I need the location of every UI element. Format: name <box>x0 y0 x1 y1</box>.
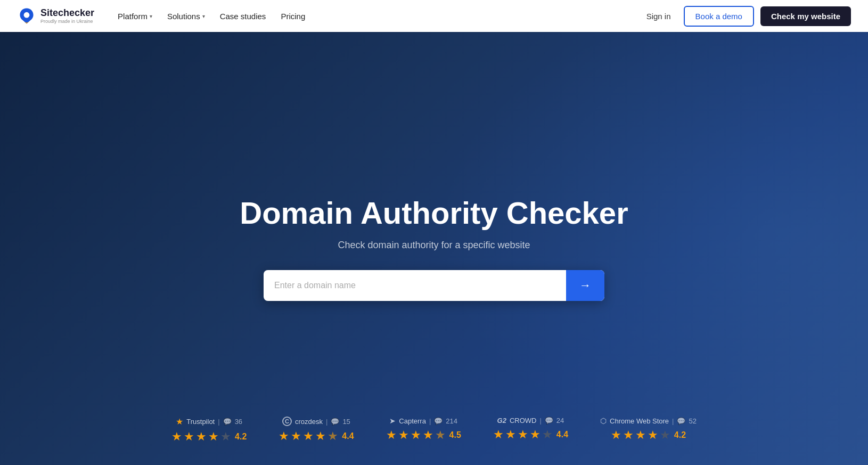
rating-crozdesk: C crozdesk | 💬 15 ★ ★ ★ ★ ★ 4.4 <box>279 417 354 444</box>
header: Sitechecker Proudly made in Ukraine Plat… <box>0 0 868 32</box>
logo-text: Sitechecker Proudly made in Ukraine <box>40 8 94 25</box>
search-bar: → <box>264 270 604 301</box>
g2-icon: G2 <box>497 417 506 425</box>
hero-section: Domain Authority Checker Check domain au… <box>0 0 868 465</box>
hero-subtitle: Check domain authority for a specific we… <box>338 240 530 251</box>
chrome-stars: ★ ★ ★ ★ ★ 4.2 <box>611 428 686 442</box>
check-website-button[interactable]: Check my website <box>760 6 851 26</box>
nav-item-platform[interactable]: Platform ▾ <box>111 7 159 25</box>
rating-capterra: ➤ Capterra | 💬 214 ★ ★ ★ ★ ★ 4.5 <box>386 417 461 444</box>
chrome-icon: ⬡ <box>600 417 607 425</box>
nav-item-case-studies[interactable]: Case studies <box>214 7 273 25</box>
comment-icon: 💬 <box>434 417 443 425</box>
arrow-right-icon: → <box>579 279 591 292</box>
search-submit-button[interactable]: → <box>566 270 604 301</box>
header-actions: Sign in Book a demo Check my website <box>640 6 851 27</box>
nav-item-pricing[interactable]: Pricing <box>274 7 312 25</box>
rating-g2crowd: G2 CROWD | 💬 24 ★ ★ ★ ★ ★ 4.4 <box>493 417 568 444</box>
capterra-stars: ★ ★ ★ ★ ★ 4.5 <box>386 428 461 442</box>
nav-item-solutions[interactable]: Solutions ▾ <box>161 7 211 25</box>
logo-icon <box>17 6 36 26</box>
trustpilot-icon: ★ <box>176 417 183 427</box>
book-demo-button[interactable]: Book a demo <box>684 6 754 27</box>
rating-trustpilot: ★ Trustpilot | 💬 36 ★ ★ ★ ★ ★ 4.2 <box>171 417 247 444</box>
crozdesk-icon: C <box>282 417 292 426</box>
capterra-icon: ➤ <box>389 417 396 425</box>
svg-point-0 <box>24 12 30 18</box>
chevron-down-icon: ▾ <box>202 13 205 19</box>
domain-search-input[interactable] <box>264 270 566 301</box>
comment-icon: 💬 <box>331 418 339 426</box>
trustpilot-stars: ★ ★ ★ ★ ★ 4.2 <box>171 430 247 444</box>
logo[interactable]: Sitechecker Proudly made in Ukraine <box>17 6 94 26</box>
comment-icon: 💬 <box>223 418 232 426</box>
comment-icon: 💬 <box>677 417 685 425</box>
crozdesk-stars: ★ ★ ★ ★ ★ 4.4 <box>279 429 354 443</box>
comment-icon: 💬 <box>545 417 553 425</box>
ratings-section: ★ Trustpilot | 💬 36 ★ ★ ★ ★ ★ 4.2 C croz… <box>0 417 868 444</box>
hero-title: Domain Authority Checker <box>240 196 628 230</box>
g2crowd-stars: ★ ★ ★ ★ ★ 4.4 <box>493 428 568 442</box>
chevron-down-icon: ▾ <box>150 13 152 19</box>
rating-chrome-web-store: ⬡ Chrome Web Store | 💬 52 ★ ★ ★ ★ ★ 4.2 <box>600 417 697 444</box>
main-nav: Platform ▾ Solutions ▾ Case studies Pric… <box>111 7 640 25</box>
hero-content: Domain Authority Checker Check domain au… <box>229 196 638 301</box>
sign-in-button[interactable]: Sign in <box>640 7 677 25</box>
